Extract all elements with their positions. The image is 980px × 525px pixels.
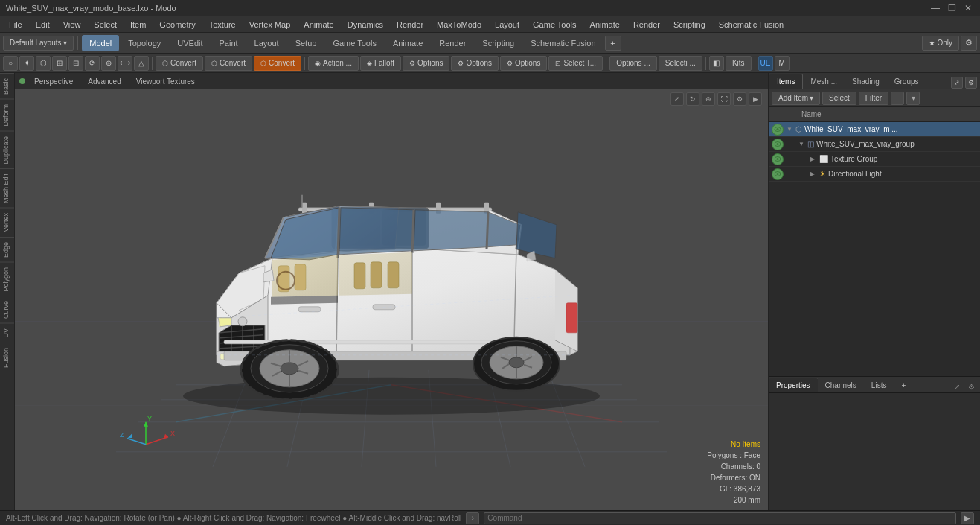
menu-render[interactable]: Render: [391, 19, 429, 31]
tab-properties[interactable]: Properties: [769, 378, 818, 392]
tab-items[interactable]: Items: [769, 74, 803, 89]
eye-light[interactable]: [772, 168, 784, 180]
tab-channels[interactable]: Channels: [818, 378, 864, 392]
convert-button-3[interactable]: ⬡ Convert: [254, 56, 301, 71]
sidebar-vertex[interactable]: Vertex: [0, 208, 14, 237]
kits-button[interactable]: Kits: [726, 56, 752, 71]
eye-root[interactable]: [772, 124, 784, 136]
tool-icon-3[interactable]: ⬡: [36, 56, 51, 71]
convert-button-1[interactable]: ⬡ Convert: [156, 56, 203, 71]
tree-item-light[interactable]: ▶ ☀ Directional Light: [769, 167, 980, 182]
tool-icon-5[interactable]: ⊟: [68, 56, 83, 71]
menu-select[interactable]: Select: [88, 19, 123, 31]
menu-animate2[interactable]: Animate: [584, 19, 626, 31]
sidebar-uv[interactable]: UV: [0, 323, 14, 343]
tab-paint[interactable]: Paint: [212, 35, 246, 51]
window-controls[interactable]: — ❐ ✕: [929, 3, 974, 13]
select-t-button[interactable]: ⊡ Select T...: [548, 56, 603, 71]
sidebar-fusion[interactable]: Fusion: [0, 343, 14, 372]
sidebar-duplicate[interactable]: Duplicate: [0, 131, 14, 169]
status-expand-button[interactable]: ›: [466, 512, 479, 524]
tab-topology[interactable]: Topology: [121, 35, 168, 51]
maximize-button[interactable]: ❐: [946, 3, 958, 13]
menu-max-to-modo[interactable]: MaxToModo: [431, 19, 487, 31]
sidebar-curve[interactable]: Curve: [0, 296, 14, 323]
perspective-button[interactable]: Perspective: [28, 77, 79, 86]
tab-add-plus[interactable]: +: [894, 378, 913, 392]
options-button-2[interactable]: ⚙ Options: [451, 56, 498, 71]
menu-geometry[interactable]: Geometry: [153, 19, 201, 31]
close-button[interactable]: ✕: [962, 3, 974, 13]
settings-icon[interactable]: ⚙: [961, 36, 977, 51]
star-only-button[interactable]: ★ Only: [922, 36, 959, 51]
tab-mesh[interactable]: Mesh ...: [803, 74, 845, 89]
eye-group[interactable]: [772, 139, 784, 150]
ue-icon[interactable]: UE: [758, 56, 773, 71]
selecti-button[interactable]: Selecti ...: [659, 56, 702, 71]
menu-layout[interactable]: Layout: [489, 19, 525, 31]
eye-texture[interactable]: [772, 153, 784, 165]
viewport-textures-button[interactable]: Viewport Textures: [130, 77, 201, 86]
action-button[interactable]: ◉ Action ...: [308, 56, 359, 71]
sidebar-edge[interactable]: Edge: [0, 237, 14, 262]
tool-icon-7[interactable]: ⊕: [101, 56, 116, 71]
advanced-button[interactable]: Advanced: [82, 77, 126, 86]
tool-icon-8[interactable]: ⟷: [118, 56, 132, 71]
menu-scripting[interactable]: Scripting: [667, 19, 711, 31]
filter-button[interactable]: Filter: [859, 92, 888, 105]
tool-icon-1[interactable]: ○: [3, 56, 18, 71]
tab-shading[interactable]: Shading: [845, 74, 887, 89]
tab-setup[interactable]: Setup: [288, 35, 324, 51]
tab-game-tools[interactable]: Game Tools: [325, 35, 384, 51]
tree-item-group[interactable]: ▼ ◫ White_SUV_max_vray_group: [769, 137, 980, 152]
add-item-button[interactable]: Add Item ▾: [772, 92, 820, 105]
add-workspace-button[interactable]: +: [605, 36, 621, 51]
tab-model[interactable]: Model: [82, 35, 119, 51]
menu-item[interactable]: Item: [124, 19, 152, 31]
tab-uvedit[interactable]: UVEdit: [170, 35, 210, 51]
modo-icon[interactable]: M: [775, 56, 790, 71]
tool-icon-4[interactable]: ⊞: [52, 56, 67, 71]
options-button-3[interactable]: ⚙ Options: [500, 56, 547, 71]
menu-game-tools[interactable]: Game Tools: [527, 19, 583, 31]
tab-groups[interactable]: Groups: [887, 74, 926, 89]
menu-dynamics[interactable]: Dynamics: [342, 19, 389, 31]
select-button[interactable]: Select: [822, 92, 856, 105]
menu-edit[interactable]: Edit: [30, 19, 56, 31]
prop-settings-icon[interactable]: ⚙: [965, 381, 977, 392]
tree-item-root[interactable]: ▼ ⬡ White_SUV_max_vray_m ...: [769, 122, 980, 137]
options-button-4[interactable]: Options ...: [609, 56, 657, 71]
options-button-1[interactable]: ⚙ Options: [403, 56, 449, 71]
default-layouts-dropdown[interactable]: Default Layouts ▾: [3, 36, 74, 51]
convert-button-2[interactable]: ⬡ Convert: [205, 56, 252, 71]
sidebar-basic[interactable]: Basic: [0, 73, 14, 99]
menu-animate[interactable]: Animate: [298, 19, 339, 31]
menu-file[interactable]: File: [3, 19, 28, 31]
prop-maximize-icon[interactable]: ⤢: [951, 381, 963, 392]
tab-lists[interactable]: Lists: [864, 378, 894, 392]
minus-button[interactable]: −: [891, 92, 904, 105]
tool-icon-9[interactable]: △: [134, 56, 149, 71]
sidebar-mesh-edit[interactable]: Mesh Edit: [0, 168, 14, 208]
panel-maximize-icon[interactable]: ⤢: [951, 77, 963, 89]
sidebar-deform[interactable]: Deform: [0, 99, 14, 131]
menu-render2[interactable]: Render: [627, 19, 666, 31]
tab-scripting[interactable]: Scripting: [475, 35, 522, 51]
execute-button[interactable]: ▶: [961, 512, 974, 524]
filter-dropdown-icon[interactable]: ▾: [906, 92, 920, 105]
menu-texture[interactable]: Texture: [203, 19, 242, 31]
sidebar-polygon[interactable]: Polygon: [0, 262, 14, 296]
tool-icon-2[interactable]: ✦: [19, 56, 34, 71]
minimize-button[interactable]: —: [929, 3, 941, 13]
items-tree[interactable]: ▼ ⬡ White_SUV_max_vray_m ... ▼ ◫: [769, 122, 980, 376]
menu-view[interactable]: View: [57, 19, 87, 31]
panel-settings-icon[interactable]: ⚙: [965, 77, 977, 89]
menu-vertex-map[interactable]: Vertex Map: [243, 19, 297, 31]
command-input[interactable]: [484, 512, 956, 524]
tab-animate[interactable]: Animate: [385, 35, 430, 51]
tab-render[interactable]: Render: [432, 35, 473, 51]
menu-schematic-fusion[interactable]: Schematic Fusion: [713, 19, 790, 31]
tab-layout[interactable]: Layout: [247, 35, 286, 51]
falloff-button[interactable]: ◈ Falloff: [360, 56, 401, 71]
tab-schematic-fusion[interactable]: Schematic Fusion: [523, 35, 603, 51]
